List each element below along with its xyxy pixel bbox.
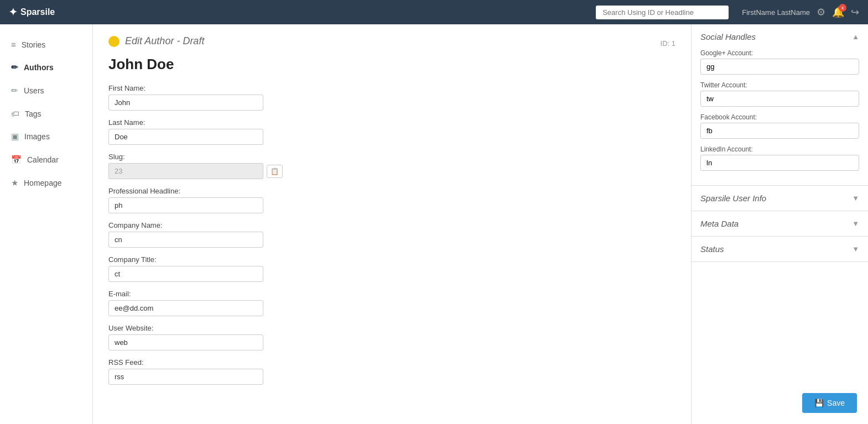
status-title: Status (700, 244, 724, 254)
user-website-label: User Website: (108, 324, 675, 332)
alert-icon[interactable]: 🔔 x (832, 6, 844, 18)
logo-icon: ✦ (9, 6, 17, 18)
google-field: Google+ Account: (700, 49, 859, 75)
right-panel: Social Handles ▲ Google+ Account: Twitte… (691, 24, 868, 424)
images-icon: ▣ (11, 132, 19, 142)
social-handles-header[interactable]: Social Handles ▲ (692, 24, 868, 49)
social-handles-chevron: ▲ (852, 33, 859, 41)
sidebar-item-calendar[interactable]: 📅 Calendar (0, 148, 92, 171)
search-container (596, 6, 729, 19)
status-section: Status ▼ (692, 237, 868, 262)
save-label: Save (827, 399, 845, 407)
last-name-label: Last Name: (108, 118, 675, 127)
company-title-label: Company Title: (108, 255, 675, 264)
edit-header: Edit Author - Draft (108, 35, 661, 47)
company-name-group: Company Name: (108, 221, 675, 248)
stories-icon: ≡ (11, 40, 16, 49)
linkedin-field: LinkedIn Account: (700, 145, 859, 171)
sidebar: ≡ Stories ✏ Authors ✏ Users 🏷 Tags ▣ Ima… (0, 24, 93, 424)
sidebar-label-stories: Stories (22, 40, 46, 49)
sparsile-user-info-section: Sparsile User Info ▼ (692, 186, 868, 211)
slug-row: 📋 (108, 163, 675, 179)
homepage-icon: ★ (11, 178, 18, 188)
social-handles-section: Social Handles ▲ Google+ Account: Twitte… (692, 24, 868, 186)
linkedin-input[interactable] (700, 155, 859, 171)
sidebar-item-stories[interactable]: ≡ Stories (0, 33, 92, 56)
twitter-input[interactable] (700, 91, 859, 107)
slug-edit-button[interactable]: 📋 (267, 165, 283, 178)
share-icon[interactable]: ↪ (851, 6, 859, 18)
last-name-input[interactable] (108, 129, 263, 145)
sidebar-item-tags[interactable]: 🏷 Tags (0, 102, 92, 125)
email-input[interactable] (108, 300, 263, 316)
users-icon: ✏ (11, 86, 18, 96)
sidebar-item-homepage[interactable]: ★ Homepage (0, 171, 92, 195)
status-header[interactable]: Status ▼ (692, 237, 868, 261)
id-badge: ID: 1 (661, 39, 675, 48)
sidebar-item-images[interactable]: ▣ Images (0, 125, 92, 148)
user-website-group: User Website: (108, 324, 675, 350)
professional-headline-group: Professional Headline: (108, 187, 675, 213)
twitter-label: Twitter Account: (700, 81, 859, 89)
last-name-group: Last Name: (108, 118, 675, 145)
google-input[interactable] (700, 59, 859, 75)
sparsile-user-info-chevron: ▼ (852, 194, 859, 202)
sparsile-user-info-title: Sparsile User Info (700, 193, 766, 203)
sidebar-label-images: Images (24, 132, 50, 141)
edit-title: Edit Author - Draft (125, 35, 204, 47)
social-handles-body: Google+ Account: Twitter Account: Facebo… (692, 49, 868, 185)
status-chevron: ▼ (852, 245, 859, 253)
slug-label: Slug: (108, 153, 675, 161)
rss-feed-group: RSS Feed: (108, 358, 675, 385)
facebook-field: Facebook Account: (700, 113, 859, 139)
top-navigation: ✦ Sparsile FirstName LastName ⚙ 🔔 x ↪ (0, 0, 868, 24)
facebook-label: Facebook Account: (700, 113, 859, 121)
company-name-label: Company Name: (108, 221, 675, 229)
sparsile-user-info-header[interactable]: Sparsile User Info ▼ (692, 186, 868, 211)
status-dot (108, 36, 119, 47)
meta-data-header[interactable]: Meta Data ▼ (692, 211, 868, 236)
username-label: FirstName LastName (742, 8, 810, 17)
authors-icon: ✏ (11, 62, 18, 72)
linkedin-label: LinkedIn Account: (700, 145, 859, 153)
alert-badge: x (839, 4, 846, 12)
app-logo: ✦ Sparsile (9, 6, 55, 18)
sidebar-label-users: Users (24, 86, 44, 95)
sidebar-label-homepage: Homepage (24, 179, 62, 187)
author-name: John Doe (108, 56, 675, 73)
slug-input[interactable] (108, 163, 263, 179)
company-title-group: Company Title: (108, 255, 675, 282)
first-name-group: First Name: (108, 84, 675, 111)
main-content: Edit Author - Draft ID: 1 John Doe First… (93, 24, 691, 424)
first-name-label: First Name: (108, 84, 675, 92)
social-handles-title: Social Handles (700, 32, 756, 41)
professional-headline-label: Professional Headline: (108, 187, 675, 195)
meta-data-chevron: ▼ (852, 219, 859, 228)
professional-headline-input[interactable] (108, 197, 263, 213)
first-name-input[interactable] (108, 95, 263, 111)
slug-group: Slug: 📋 (108, 153, 675, 179)
meta-data-title: Meta Data (700, 219, 739, 228)
sidebar-label-authors: Authors (24, 63, 54, 72)
edit-header-row: Edit Author - Draft ID: 1 (108, 35, 675, 51)
meta-data-section: Meta Data ▼ (692, 211, 868, 237)
topnav-right: FirstName LastName ⚙ 🔔 x ↪ (742, 6, 859, 18)
company-name-input[interactable] (108, 232, 263, 248)
search-input[interactable] (596, 6, 729, 19)
calendar-icon: 📅 (11, 155, 22, 165)
save-button[interactable]: 💾 Save (802, 393, 857, 413)
user-website-input[interactable] (108, 334, 263, 350)
app-name: Sparsile (20, 7, 55, 17)
sidebar-item-authors[interactable]: ✏ Authors (0, 56, 92, 79)
facebook-input[interactable] (700, 123, 859, 139)
tags-icon: 🏷 (11, 109, 19, 118)
email-label: E-mail: (108, 290, 675, 298)
rss-feed-input[interactable] (108, 369, 263, 385)
save-icon: 💾 (814, 399, 824, 407)
sidebar-item-users[interactable]: ✏ Users (0, 79, 92, 102)
rss-feed-label: RSS Feed: (108, 358, 675, 367)
company-title-input[interactable] (108, 266, 263, 282)
gear-icon[interactable]: ⚙ (817, 6, 825, 18)
twitter-field: Twitter Account: (700, 81, 859, 107)
sidebar-label-calendar: Calendar (27, 155, 59, 164)
